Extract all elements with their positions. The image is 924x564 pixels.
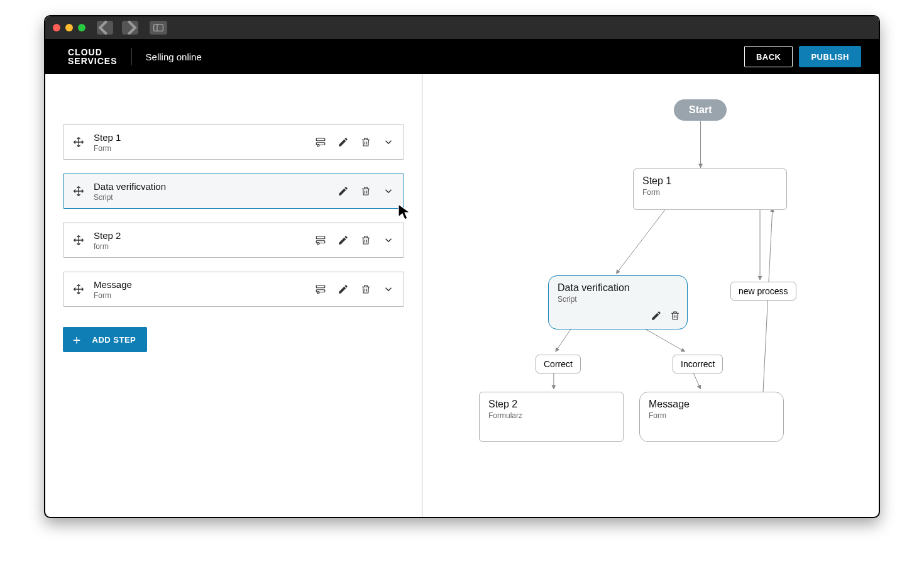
flow-node-title: Step 1	[642, 175, 778, 187]
flow-node-message[interactable]: Message Form	[639, 392, 784, 442]
drag-handle-icon[interactable]	[72, 185, 85, 197]
drag-handle-icon[interactable]	[72, 283, 85, 296]
flow-node-label: new process	[739, 286, 788, 296]
flow-node-subtitle: Formularz	[488, 411, 614, 420]
flow-node-verify[interactable]: Data verification Script	[548, 275, 688, 329]
flow-node-subtitle: Script	[558, 295, 678, 304]
back-button[interactable]: BACK	[744, 46, 793, 67]
chevron-down-icon[interactable]	[382, 234, 395, 246]
add-step-label: ADD STEP	[92, 335, 136, 345]
flow-node-title: Message	[649, 399, 774, 410]
drag-handle-icon[interactable]	[72, 234, 85, 246]
flow-node-subtitle: Form	[642, 188, 778, 197]
step-title: Data verificvation	[94, 181, 337, 192]
flow-node-incorrect[interactable]: Incorrect	[673, 355, 723, 373]
flow-node-label: Incorrect	[681, 359, 715, 369]
edit-icon[interactable]	[337, 185, 349, 197]
step-subtitle: Script	[94, 193, 337, 202]
back-button-label: BACK	[756, 52, 781, 62]
configure-icon[interactable]	[314, 283, 327, 296]
window-chrome	[45, 16, 879, 39]
flow-node-newprocess[interactable]: new process	[730, 282, 796, 301]
svg-point-7	[317, 243, 319, 245]
window-minimize-dot[interactable]	[65, 24, 73, 31]
chevron-down-icon[interactable]	[382, 136, 395, 148]
nav-forward-button[interactable]	[122, 21, 138, 35]
sidebar-toggle-icon[interactable]	[150, 21, 167, 35]
publish-button[interactable]: PUBLISH	[799, 46, 861, 67]
edit-icon[interactable]	[337, 234, 349, 246]
svg-rect-2	[316, 138, 325, 141]
flow-node-step1[interactable]: Step 1 Form	[633, 169, 787, 210]
step-subtitle: form	[94, 242, 314, 251]
nav-back-button[interactable]	[97, 21, 113, 35]
flow-node-title: Step 2	[488, 399, 614, 410]
step-card[interactable]: Data verificvation Script	[63, 174, 404, 209]
plus-icon: ＋	[70, 333, 84, 346]
app-window: CLOUD SERVICES Selling online BACK PUBLI…	[44, 15, 880, 518]
step-title: Message	[94, 279, 314, 290]
delete-icon[interactable]	[669, 310, 681, 324]
configure-icon[interactable]	[314, 234, 327, 246]
chevron-down-icon[interactable]	[382, 283, 395, 296]
edit-icon[interactable]	[651, 310, 662, 324]
edit-icon[interactable]	[337, 283, 349, 296]
window-close-dot[interactable]	[53, 24, 60, 31]
delete-icon[interactable]	[360, 136, 372, 148]
flow-node-title: Data verification	[558, 282, 678, 294]
flow-node-start[interactable]: Start	[674, 99, 727, 121]
content-area: Step 1 Form Data verificvation Script	[45, 74, 879, 517]
svg-point-10	[317, 292, 319, 294]
drag-handle-icon[interactable]	[72, 136, 85, 148]
steps-panel: Step 1 Form Data verificvation Script	[45, 74, 422, 517]
delete-icon[interactable]	[360, 283, 372, 296]
page-title: Selling online	[146, 52, 202, 62]
chevron-down-icon[interactable]	[382, 185, 395, 197]
flow-node-step2[interactable]: Step 2 Formularz	[479, 392, 624, 442]
publish-button-label: PUBLISH	[811, 52, 849, 62]
app-header: CLOUD SERVICES Selling online BACK PUBLI…	[45, 39, 879, 74]
app-logo: CLOUD SERVICES	[68, 48, 118, 65]
step-title: Step 2	[94, 230, 314, 241]
delete-icon[interactable]	[360, 185, 372, 197]
step-card[interactable]: Step 1 Form	[63, 124, 404, 160]
flow-node-correct[interactable]: Correct	[536, 355, 581, 373]
configure-icon[interactable]	[314, 136, 327, 148]
logo-line2: SERVICES	[68, 57, 118, 65]
step-subtitle: Form	[94, 291, 314, 300]
svg-point-4	[317, 145, 319, 147]
svg-rect-8	[316, 285, 325, 288]
svg-rect-5	[316, 236, 325, 239]
flow-node-subtitle: Form	[649, 411, 774, 420]
svg-rect-0	[154, 25, 163, 31]
window-zoom-dot[interactable]	[78, 24, 85, 31]
step-subtitle: Form	[94, 144, 314, 153]
step-title: Step 1	[94, 132, 314, 143]
header-divider	[131, 48, 132, 65]
flow-canvas[interactable]: Start Step 1 Form Data verification Scri…	[422, 74, 879, 517]
flow-node-start-label: Start	[689, 104, 712, 115]
step-card[interactable]: Message Form	[63, 272, 404, 307]
step-card[interactable]: Step 2 form	[63, 223, 404, 258]
add-step-button[interactable]: ＋ ADD STEP	[63, 327, 147, 352]
edit-icon[interactable]	[337, 136, 349, 148]
logo-line1: CLOUD	[68, 48, 118, 57]
flow-node-label: Correct	[544, 359, 573, 369]
delete-icon[interactable]	[360, 234, 372, 246]
